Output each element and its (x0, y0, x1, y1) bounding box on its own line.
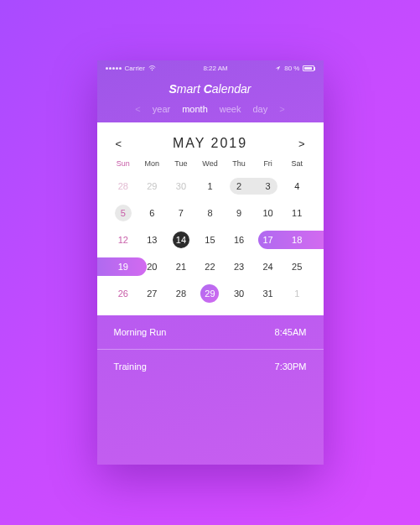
status-bar: Carrier 8:22 AM 80 % (97, 60, 324, 75)
week-row: 5 6 7 8 9 10 11 (97, 200, 324, 226)
event-name: Morning Run (114, 327, 167, 337)
dow-thu: Thu (225, 159, 254, 168)
day-cell[interactable]: 30 (225, 288, 254, 299)
week-row: 28 29 30 1 2 3 4 (97, 173, 324, 200)
event-item[interactable]: Training 7:30PM (97, 350, 324, 383)
event-name: Training (114, 361, 147, 372)
status-right: 80 % (275, 65, 314, 72)
day-cell[interactable]: 19 (109, 262, 138, 272)
day-cell[interactable]: 1 (195, 181, 225, 191)
range-tabs: < year month week day > (97, 104, 324, 122)
range-prev[interactable]: < (135, 104, 140, 114)
range-next[interactable]: > (279, 104, 284, 114)
day-cell[interactable]: 5 (109, 208, 138, 218)
day-cell[interactable]: 27 (137, 288, 167, 299)
month-prev[interactable]: < (116, 138, 122, 150)
day-cell[interactable]: 24 (253, 262, 283, 272)
day-cell[interactable]: 11 (283, 208, 312, 218)
day-cell[interactable]: 21 (167, 262, 196, 272)
location-icon (275, 65, 281, 71)
status-time: 8:22 AM (203, 65, 227, 72)
day-cell[interactable]: 9 (225, 208, 254, 218)
battery-percent: 80 % (284, 65, 299, 72)
month-title: MAY 2019 (173, 136, 247, 151)
wifi-icon (148, 65, 156, 71)
day-cell[interactable]: 30 (167, 181, 196, 191)
day-cell-selected[interactable]: 29 (195, 288, 225, 299)
month-next[interactable]: > (298, 138, 305, 150)
weekday-row: Sun Mon Tue Wed Thu Fri Sat (97, 159, 324, 168)
svg-point-0 (152, 69, 153, 70)
day-cell[interactable]: 1 (283, 288, 312, 299)
tab-year[interactable]: year (153, 104, 170, 114)
dow-wed: Wed (195, 159, 225, 168)
day-cell[interactable]: 16 (225, 235, 254, 245)
signal-icon (106, 67, 122, 70)
app-title: Smart Calendar (97, 75, 324, 104)
battery-icon (303, 65, 314, 71)
event-item[interactable]: Morning Run 8:45AM (97, 315, 324, 350)
day-cell[interactable]: 12 (109, 235, 138, 245)
day-cell[interactable]: 26 (109, 288, 138, 299)
tab-week[interactable]: week (220, 104, 241, 114)
tab-month[interactable]: month (182, 104, 208, 114)
week-row: 12 13 14 15 16 17 18 (97, 226, 324, 253)
day-cell[interactable]: 17 (253, 235, 283, 245)
day-cell[interactable]: 31 (253, 288, 283, 299)
day-cell[interactable]: 15 (195, 235, 225, 245)
week-row: 26 27 28 29 30 31 1 (97, 280, 324, 307)
day-cell[interactable]: 4 (283, 181, 312, 191)
day-cell[interactable]: 18 (283, 235, 312, 245)
calendar-card: < MAY 2019 > Sun Mon Tue Wed Thu Fri Sat… (97, 122, 324, 315)
dow-mon: Mon (137, 159, 167, 168)
dow-tue: Tue (167, 159, 196, 168)
dow-sun: Sun (109, 159, 138, 168)
day-cell[interactable]: 3 (253, 181, 283, 191)
day-cell[interactable]: 8 (195, 208, 225, 218)
phone-frame: Carrier 8:22 AM 80 % Smart Calendar < ye… (97, 60, 324, 465)
events-list: Morning Run 8:45AM Training 7:30PM (97, 315, 324, 465)
day-cell-today[interactable]: 14 (167, 235, 196, 245)
day-cell[interactable]: 28 (167, 288, 196, 299)
event-time: 7:30PM (275, 361, 307, 372)
day-cell[interactable]: 6 (137, 208, 167, 218)
week-row: 19 20 21 22 23 24 25 (97, 253, 324, 280)
day-cell[interactable]: 2 (225, 181, 254, 191)
carrier-label: Carrier (125, 65, 145, 72)
tab-day[interactable]: day (252, 104, 267, 114)
day-cell[interactable]: 13 (137, 235, 167, 245)
event-time: 8:45AM (275, 327, 307, 337)
day-cell[interactable]: 10 (253, 208, 283, 218)
day-cell[interactable]: 29 (137, 181, 167, 191)
day-cell[interactable]: 23 (225, 262, 254, 272)
status-left: Carrier (106, 65, 156, 72)
dow-sat: Sat (283, 159, 312, 168)
day-cell[interactable]: 28 (109, 181, 138, 191)
dow-fri: Fri (253, 159, 283, 168)
day-cell[interactable]: 20 (137, 262, 167, 272)
day-cell[interactable]: 7 (167, 208, 196, 218)
month-header: < MAY 2019 > (97, 136, 324, 159)
day-cell[interactable]: 25 (283, 262, 312, 272)
day-cell[interactable]: 22 (195, 262, 225, 272)
